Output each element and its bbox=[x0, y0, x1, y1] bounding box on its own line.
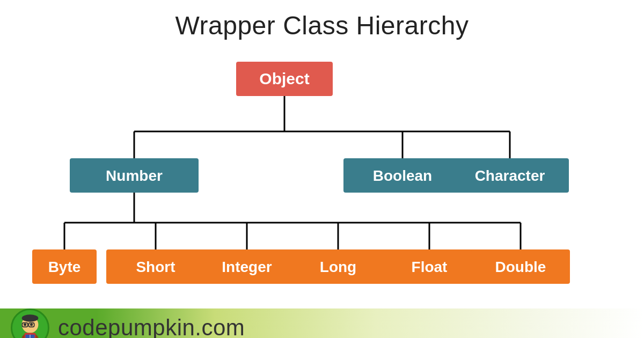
node-integer-label: Integer bbox=[222, 259, 272, 275]
svg-point-19 bbox=[30, 323, 33, 326]
avatar-icon bbox=[14, 312, 46, 338]
hierarchy-diagram: Object Number Boolean Character bbox=[27, 56, 617, 303]
node-byte-label: Byte bbox=[48, 259, 81, 275]
svg-point-18 bbox=[24, 323, 26, 326]
footer-avatar bbox=[11, 308, 49, 338]
svg-point-20 bbox=[22, 314, 39, 322]
node-float-label: Float bbox=[412, 259, 448, 275]
footer-text: codepumpkin.com bbox=[58, 315, 245, 338]
node-double-label: Double bbox=[495, 259, 546, 275]
node-boolean-label: Boolean bbox=[373, 167, 432, 184]
node-character-label: Character bbox=[475, 167, 545, 184]
node-object-label: Object bbox=[259, 70, 309, 87]
footer: codepumpkin.com bbox=[0, 308, 644, 338]
diagram: Object Number Boolean Character bbox=[27, 56, 617, 303]
page-title: Wrapper Class Hierarchy bbox=[175, 11, 469, 40]
node-short-label: Short bbox=[136, 259, 175, 275]
main-content: Wrapper Class Hierarchy Object Number Bo… bbox=[0, 0, 644, 308]
node-number-label: Number bbox=[106, 167, 163, 184]
node-long-label: Long bbox=[320, 259, 356, 275]
